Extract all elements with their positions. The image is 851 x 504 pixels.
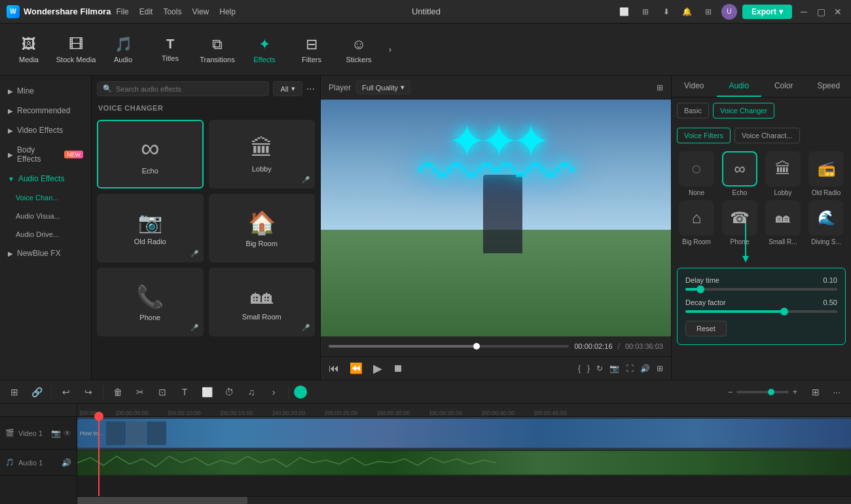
layout-icon[interactable]: ⊞ [638, 4, 653, 20]
sidebar-item-audio-drive[interactable]: Audio Drive... [0, 225, 91, 243]
playhead[interactable] [98, 417, 100, 496]
speed-button[interactable]: ⏱ [220, 383, 238, 401]
sidebar-item-recommended[interactable]: ▶ Recommended [0, 101, 91, 120]
view-grid-button[interactable]: ⊞ [806, 383, 825, 401]
cut-button[interactable]: ✂ [131, 383, 149, 401]
menu-help[interactable]: Help [219, 7, 236, 16]
loop-button[interactable]: ↻ [596, 364, 603, 373]
user-avatar[interactable]: U [721, 4, 737, 20]
tool-filters[interactable]: ⊟ Filters [289, 27, 334, 72]
filter-all-button[interactable]: All ▾ [273, 81, 302, 96]
transform-button[interactable]: ⬜ [198, 383, 216, 401]
minimize-button[interactable]: ─ [797, 5, 810, 18]
close-button[interactable]: ✕ [831, 5, 844, 18]
tab-color[interactable]: Color [761, 76, 806, 97]
playhead-handle[interactable] [94, 412, 103, 421]
sidebar-item-audio-effects[interactable]: ▼ Audio Effects [0, 169, 91, 189]
audio1-mute-icon[interactable]: 🔊 [62, 458, 71, 467]
tool-titles[interactable]: T Titles [148, 27, 192, 72]
effect-card-old-radio[interactable]: 📷 Old Radio 🎤 [97, 194, 204, 262]
toolbar-more[interactable]: › [384, 45, 397, 54]
audio-btn[interactable]: ♫ [242, 383, 261, 401]
video1-eye-icon[interactable]: 👁 [63, 429, 71, 438]
time-scrubber[interactable] [473, 343, 480, 350]
zoom-thumb[interactable] [768, 389, 774, 395]
export-button[interactable]: Export ▾ [742, 5, 792, 19]
more-tools-button[interactable]: › [264, 383, 283, 401]
tool-effects[interactable]: ✦ Effects [242, 27, 287, 72]
tab-speed[interactable]: Speed [806, 76, 852, 97]
search-box[interactable]: 🔍 [97, 81, 269, 96]
voice-item-none[interactable]: ○ None [677, 151, 716, 196]
view-more-button[interactable]: ··· [827, 383, 846, 401]
maximize-button[interactable]: ▢ [814, 5, 827, 18]
voice-item-old-radio[interactable]: 📻 Old Radio [806, 151, 846, 196]
snap-button[interactable]: ⊞ [5, 383, 24, 401]
tool-audio[interactable]: 🎵 Audio [101, 27, 145, 72]
sidebar-item-newblue[interactable]: ▶ NewBlue FX [0, 243, 91, 263]
more-options-button[interactable]: ··· [306, 83, 315, 95]
zoom-out-button[interactable]: − [728, 387, 733, 397]
voice-item-big-room[interactable]: ⌂ Big Room [677, 200, 716, 245]
sound-button[interactable]: 🔊 [640, 364, 650, 373]
voice-item-small-room[interactable]: 🏘 Small R... [763, 200, 803, 245]
delay-time-slider[interactable] [685, 288, 837, 291]
text-button[interactable]: T [175, 383, 194, 401]
zoom-in-button[interactable]: + [793, 387, 797, 397]
menu-view[interactable]: View [192, 7, 209, 16]
menu-tools[interactable]: Tools [163, 7, 181, 16]
scrollbar-thumb[interactable] [77, 497, 247, 504]
redo-button[interactable]: ↪ [79, 383, 98, 401]
voice-item-diving[interactable]: 🌊 Diving S... [806, 200, 846, 245]
tab-audio[interactable]: Audio [717, 76, 762, 97]
effect-card-echo[interactable]: ∞ Echo [97, 120, 204, 189]
tool-media[interactable]: 🖼 Media [7, 27, 51, 72]
stop-button[interactable]: ⏹ [393, 363, 403, 374]
subtab-basic[interactable]: Basic [677, 103, 709, 118]
effect-card-lobby[interactable]: 🏛 Lobby 🎤 [209, 120, 316, 189]
tool-stickers[interactable]: ☺ Stickers [336, 27, 381, 72]
voice-item-echo[interactable]: ∞ Echo [720, 151, 759, 196]
tool-transitions[interactable]: ⧉ Transitions [195, 27, 240, 72]
search-input[interactable] [116, 85, 263, 93]
menu-file[interactable]: File [116, 7, 128, 16]
voice-item-lobby[interactable]: 🏛 Lobby [763, 151, 803, 196]
sidebar-item-video-effects[interactable]: ▶ Video Effects [0, 120, 91, 140]
reset-button[interactable]: Reset [685, 321, 727, 336]
time-progress-bar[interactable] [329, 345, 569, 348]
decay-factor-slider[interactable] [685, 310, 837, 313]
effect-card-big-room[interactable]: 🏠 Big Room [209, 194, 316, 262]
tab-video[interactable]: Video [672, 76, 717, 97]
download-icon[interactable]: ⬇ [659, 4, 674, 20]
step-back-button[interactable]: ⏪ [350, 362, 363, 374]
undo-button[interactable]: ↩ [57, 383, 75, 401]
play-button[interactable]: ▶ [373, 361, 382, 376]
bell-icon[interactable]: 🔔 [679, 4, 695, 20]
video-track-clip[interactable]: How to... [77, 419, 851, 448]
pip-button[interactable]: ⊞ [657, 364, 663, 373]
snapshot-button[interactable]: 📷 [609, 364, 619, 373]
video1-camera-icon[interactable]: 📷 [51, 429, 61, 438]
mark-out-button[interactable]: } [587, 364, 590, 373]
sidebar-item-voice-changer[interactable]: Voice Chan... [0, 189, 91, 207]
zoom-slider[interactable] [736, 391, 789, 393]
mark-in-button[interactable]: { [578, 364, 581, 373]
link-button[interactable]: 🔗 [27, 383, 46, 401]
voice-item-phone[interactable]: ☎ Phone [720, 200, 759, 245]
grid-icon[interactable]: ⊞ [700, 4, 716, 20]
tab-voice-filters[interactable]: Voice Filters [677, 128, 731, 143]
crop-button[interactable]: ⊡ [153, 383, 172, 401]
skip-back-button[interactable]: ⏮ [329, 363, 339, 374]
delete-button[interactable]: 🗑 [109, 383, 127, 401]
effect-card-phone[interactable]: 📞 Phone 🎤 [97, 268, 204, 336]
timeline-scrollbar[interactable] [77, 496, 851, 504]
tab-voice-characterize[interactable]: Voice Charact... [734, 128, 800, 143]
sidebar-item-mine[interactable]: ▶ Mine [0, 81, 91, 101]
effect-card-small-room[interactable]: 🏘 Small Room 🎤 [209, 268, 316, 336]
menu-edit[interactable]: Edit [139, 7, 153, 16]
sidebar-item-audio-visual[interactable]: Audio Visua... [0, 207, 91, 225]
subtab-voice-changer[interactable]: Voice Changer [713, 103, 774, 118]
record-button[interactable] [294, 386, 307, 399]
delay-time-thumb[interactable] [697, 285, 704, 293]
monitor-icon[interactable]: ⬜ [617, 4, 632, 20]
